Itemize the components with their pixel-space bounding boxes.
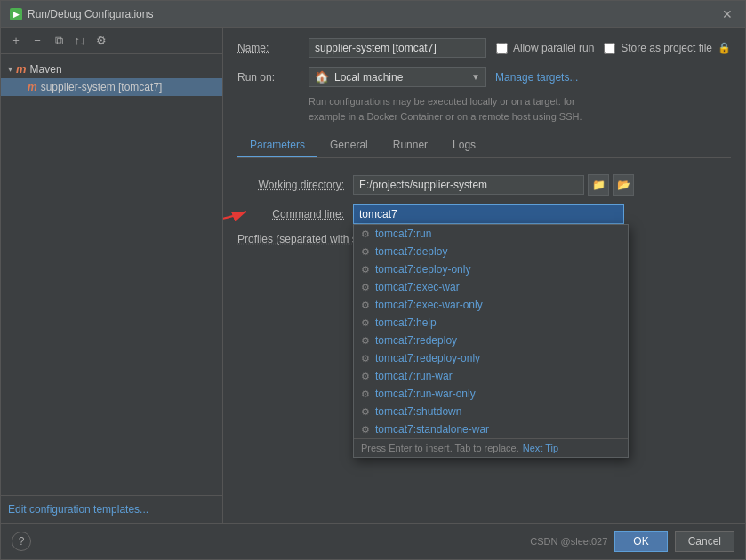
name-label: Name: xyxy=(237,42,300,54)
autocomplete-footer-text: Press Enter to insert. Tab to replace. xyxy=(361,443,519,453)
parallel-group: Allow parallel run xyxy=(496,42,594,54)
command-line-row: Command line: ⚙ tomcat7:run ⚙ tomcat7:de… xyxy=(237,204,731,224)
autocomplete-text-run: tomcat7:run xyxy=(375,228,431,240)
tab-general[interactable]: General xyxy=(317,134,381,157)
browse-files-button[interactable]: 📂 xyxy=(613,174,634,196)
autocomplete-text-exec-war-only: tomcat7:exec-war-only xyxy=(375,299,483,311)
tree-group-header-maven[interactable]: ▾ m Maven xyxy=(1,60,222,78)
right-panel: Name: Allow parallel run Store as projec… xyxy=(223,28,745,523)
next-tip-link[interactable]: Next Tip xyxy=(523,443,558,453)
autocomplete-text-run-war-only: tomcat7:run-war-only xyxy=(375,388,476,400)
add-config-button[interactable]: + xyxy=(6,31,26,51)
autocomplete-dropdown: ⚙ tomcat7:run ⚙ tomcat7:deploy ⚙ tomcat7… xyxy=(353,224,629,458)
main-content: + − ⧉ ↑↓ ⚙ ▾ m Maven m supplier-system [… xyxy=(1,28,745,523)
working-directory-input[interactable] xyxy=(353,175,584,195)
browse-folder-button[interactable]: 📁 xyxy=(588,174,609,196)
tabs-bar: Parameters General Runner Logs xyxy=(237,134,731,158)
command-input-wrapper: ⚙ tomcat7:run ⚙ tomcat7:deploy ⚙ tomcat7… xyxy=(353,204,731,224)
bottom-right: CSDN @sleet027 OK Cancel xyxy=(530,531,734,552)
tree-chevron: ▾ xyxy=(8,64,12,74)
autocomplete-item-deploy[interactable]: ⚙ tomcat7:deploy xyxy=(354,243,628,260)
manage-targets-link[interactable]: Manage targets... xyxy=(495,71,578,84)
autocomplete-item-run-war[interactable]: ⚙ tomcat7:run-war xyxy=(354,367,628,385)
run-on-select[interactable]: 🏠 Local machine ▼ xyxy=(309,67,486,87)
autocomplete-item-run-war-only[interactable]: ⚙ tomcat7:run-war-only xyxy=(354,385,628,403)
dropdown-arrow-icon: ▼ xyxy=(471,72,480,82)
dialog-icon: ▶ xyxy=(10,8,22,20)
gear-icon-standalone-war: ⚙ xyxy=(361,424,370,436)
gear-icon-run: ⚙ xyxy=(361,228,370,240)
watermark: CSDN @sleet027 xyxy=(530,536,607,547)
autocomplete-text-run-war: tomcat7:run-war xyxy=(375,370,453,382)
gear-icon-run-war: ⚙ xyxy=(361,371,370,382)
gear-icon-exec-war: ⚙ xyxy=(361,282,370,293)
gear-icon-run-war-only: ⚙ xyxy=(361,388,370,400)
tab-runner[interactable]: Runner xyxy=(381,134,440,157)
dialog-title: Run/Debug Configurations xyxy=(28,8,153,20)
autocomplete-item-exec-war[interactable]: ⚙ tomcat7:exec-war xyxy=(354,278,628,296)
sidebar-toolbar: + − ⧉ ↑↓ ⚙ xyxy=(1,28,222,54)
tree-item-supplier-system[interactable]: m supplier-system [tomcat7] xyxy=(1,78,222,96)
tab-parameters[interactable]: Parameters xyxy=(237,134,317,157)
gear-icon-shutdown: ⚙ xyxy=(361,406,370,418)
autocomplete-text-exec-war: tomcat7:exec-war xyxy=(375,281,460,293)
copy-config-button[interactable]: ⧉ xyxy=(49,31,68,51)
home-icon: 🏠 xyxy=(315,70,329,84)
autocomplete-footer: Press Enter to insert. Tab to replace. N… xyxy=(354,438,628,457)
name-input[interactable] xyxy=(309,38,486,58)
remove-config-button[interactable]: − xyxy=(28,31,47,51)
tree-group-maven: ▾ m Maven m supplier-system [tomcat7] xyxy=(1,58,222,98)
hint-text: Run configurations may be executed local… xyxy=(237,94,731,124)
autocomplete-item-deploy-only[interactable]: ⚙ tomcat7:deploy-only xyxy=(354,260,628,278)
autocomplete-item-standalone-war[interactable]: ⚙ tomcat7:standalone-war xyxy=(354,420,628,438)
sidebar: + − ⧉ ↑↓ ⚙ ▾ m Maven m supplier-system [… xyxy=(1,28,223,523)
autocomplete-item-exec-war-only[interactable]: ⚙ tomcat7:exec-war-only xyxy=(354,296,628,314)
sidebar-tree: ▾ m Maven m supplier-system [tomcat7] xyxy=(1,54,222,495)
autocomplete-text-deploy-only: tomcat7:deploy-only xyxy=(375,263,470,276)
allow-parallel-checkbox[interactable] xyxy=(496,43,508,54)
title-bar: ▶ Run/Debug Configurations ✕ xyxy=(1,1,745,28)
store-project-icon: 🔒 xyxy=(718,42,731,54)
gear-icon-redeploy: ⚙ xyxy=(361,335,370,347)
autocomplete-item-redeploy-only[interactable]: ⚙ tomcat7:redeploy-only xyxy=(354,349,628,367)
gear-icon-exec-war-only: ⚙ xyxy=(361,300,370,311)
autocomplete-text-redeploy-only: tomcat7:redeploy-only xyxy=(375,352,480,364)
close-button[interactable]: ✕ xyxy=(718,7,736,21)
move-config-button[interactable]: ↑↓ xyxy=(70,31,90,51)
maven-group-icon: m xyxy=(16,62,27,76)
cancel-button[interactable]: Cancel xyxy=(675,531,734,552)
settings-config-button[interactable]: ⚙ xyxy=(92,31,111,51)
autocomplete-text-shutdown: tomcat7:shutdown xyxy=(375,405,461,418)
working-directory-label: Working directory: xyxy=(237,179,344,191)
store-project-label: Store as project file xyxy=(621,42,712,54)
autocomplete-item-help[interactable]: ⚙ tomcat7:help xyxy=(354,314,628,332)
autocomplete-text-redeploy: tomcat7:redeploy xyxy=(375,334,457,347)
autocomplete-text-help: tomcat7:help xyxy=(375,316,437,329)
dir-input-group: 📁 📂 xyxy=(353,174,634,196)
tab-logs[interactable]: Logs xyxy=(440,134,488,157)
allow-parallel-label: Allow parallel run xyxy=(513,42,594,54)
run-on-label: Run on: xyxy=(237,71,300,84)
edit-templates-link[interactable]: Edit configuration templates... xyxy=(8,503,148,516)
sidebar-footer: Edit configuration templates... xyxy=(1,495,222,523)
bottom-bar: ? CSDN @sleet027 OK Cancel xyxy=(1,523,745,559)
command-line-input[interactable] xyxy=(353,204,624,224)
run-debug-dialog: ▶ Run/Debug Configurations ✕ + − ⧉ ↑↓ ⚙ … xyxy=(0,0,746,560)
autocomplete-text-standalone-war: tomcat7:standalone-war xyxy=(375,423,489,436)
autocomplete-item-redeploy[interactable]: ⚙ tomcat7:redeploy xyxy=(354,332,628,349)
autocomplete-text-deploy: tomcat7:deploy xyxy=(375,245,447,258)
run-on-value: Local machine xyxy=(334,71,466,84)
store-project-group: Store as project file 🔒 xyxy=(604,42,731,54)
maven-group-label: Maven xyxy=(30,63,62,76)
form-section: Working directory: 📁 📂 Command line: xyxy=(237,171,731,270)
ok-button[interactable]: OK xyxy=(614,531,667,552)
autocomplete-item-shutdown[interactable]: ⚙ tomcat7:shutdown xyxy=(354,403,628,420)
help-button[interactable]: ? xyxy=(12,532,31,551)
gear-icon-deploy-only: ⚙ xyxy=(361,264,370,276)
command-line-label: Command line: xyxy=(237,208,344,220)
store-project-checkbox[interactable] xyxy=(604,43,615,54)
name-row: Name: Allow parallel run Store as projec… xyxy=(237,38,731,58)
run-on-row: Run on: 🏠 Local machine ▼ Manage targets… xyxy=(237,67,731,87)
maven-item-label: supplier-system [tomcat7] xyxy=(41,81,163,93)
autocomplete-item-run[interactable]: ⚙ tomcat7:run xyxy=(354,225,628,243)
